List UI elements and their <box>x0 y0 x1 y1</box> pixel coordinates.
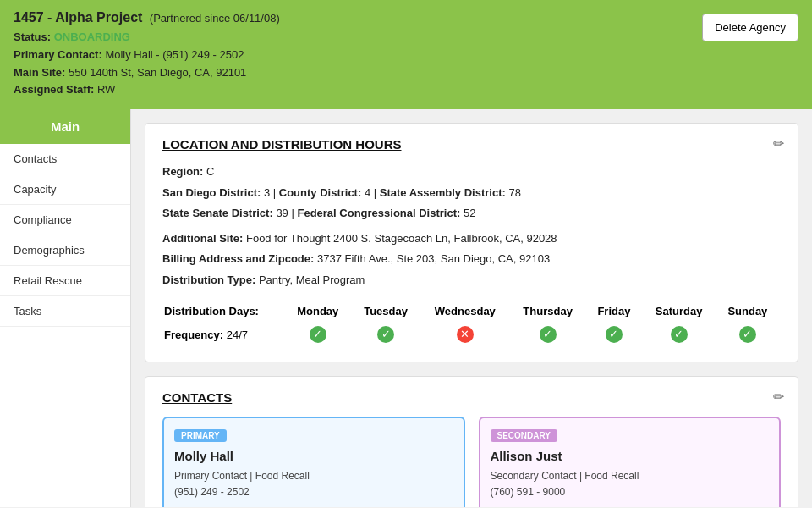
status-value: ONBOARDING <box>54 30 130 43</box>
primary-contact-info: Primary Contact | Food Recall (951) 249 … <box>174 468 453 500</box>
status-label: Status: <box>14 30 51 43</box>
main-site-value: 550 140th St, San Diego, CA, 92101 <box>69 66 246 79</box>
primary-contact-name: Molly Hall <box>174 449 453 463</box>
day-saturday-check: ✓ <box>643 323 714 346</box>
agency-id: 1457 <box>14 10 44 25</box>
additional-site-row: Additional Site: Food for Thought 2400 S… <box>162 230 781 247</box>
state-assembly-label: State Assembly District: <box>380 186 506 199</box>
agency-info: Status: ONBOARDING Primary Contact: Moll… <box>14 29 798 99</box>
county-value: 4 <box>365 186 370 199</box>
billing-value: 3737 Fifth Ave., Ste 203, San Diego, CA,… <box>317 252 550 265</box>
day-tuesday-header: Tuesday <box>352 301 420 321</box>
region-value: C <box>206 165 214 178</box>
sidebar: Main Contacts Capacity Compliance Demogr… <box>0 109 131 507</box>
state-assembly-value: 78 <box>508 186 520 199</box>
day-tuesday-check: ✓ <box>352 323 420 346</box>
assigned-staff-value: RW <box>97 83 115 96</box>
additional-site-value: Food for Thought 2400 S. Stagecoach Ln, … <box>246 232 557 245</box>
location-section: LOCATION AND DISTRIBUTION HOURS ✏ Region… <box>145 123 798 362</box>
distribution-days-table: Distribution Days: Monday Tuesday Wednes… <box>162 300 781 348</box>
sidebar-main: Main <box>0 109 130 144</box>
day-sunday-header: Sunday <box>716 301 779 321</box>
header: 1457 - Alpha Project (Partnered since 06… <box>0 0 812 109</box>
sidebar-item-contacts[interactable]: Contacts <box>0 144 130 174</box>
contacts-edit-icon[interactable]: ✏ <box>773 389 784 405</box>
additional-site-label: Additional Site: <box>162 232 243 245</box>
contacts-section: CONTACTS ✏ PRIMARY Molly Hall Primary Co… <box>145 376 798 507</box>
contacts-grid: PRIMARY Molly Hall Primary Contact | Foo… <box>162 417 781 507</box>
main-layout: Main Contacts Capacity Compliance Demogr… <box>0 109 812 507</box>
san-diego-value: 3 <box>264 186 270 199</box>
secondary-contact-name: Allison Just <box>491 449 770 463</box>
main-site-label: Main Site: <box>14 66 65 79</box>
distribution-type-label: Distribution Type: <box>162 273 255 286</box>
distribution-type-value: Pantry, Meal Program <box>259 273 365 286</box>
primary-contact-label: Primary Contact: <box>14 48 102 61</box>
secondary-contact-info: Secondary Contact | Food Recall (760) 59… <box>491 468 770 500</box>
agency-title: 1457 - Alpha Project (Partnered since 06… <box>14 10 798 25</box>
sidebar-item-tasks[interactable]: Tasks <box>0 296 130 327</box>
day-thursday-check: ✓ <box>511 323 585 346</box>
region-label: Region: <box>162 165 203 178</box>
distribution-days-label: Distribution Days: <box>164 301 283 321</box>
region-row: Region: C <box>162 163 781 180</box>
agency-name: Alpha Project <box>55 10 142 25</box>
sidebar-item-compliance[interactable]: Compliance <box>0 205 130 235</box>
frequency-value: 24/7 <box>227 329 248 341</box>
secondary-contact-role: Secondary Contact | Food Recall <box>491 470 639 482</box>
assigned-staff-label: Assigned Staff: <box>14 83 94 96</box>
day-saturday-header: Saturday <box>643 301 714 321</box>
partnered-since: (Partnered since 06/11/08) <box>150 12 280 25</box>
primary-contact-role: Primary Contact | Food Recall <box>174 470 310 482</box>
secondary-contact-phone: (760) 591 - 9000 <box>491 486 566 498</box>
delete-agency-button[interactable]: Delete Agency <box>702 14 798 41</box>
day-monday-check: ✓ <box>285 323 350 346</box>
content: LOCATION AND DISTRIBUTION HOURS ✏ Region… <box>131 109 812 507</box>
primary-contact-card: PRIMARY Molly Hall Primary Contact | Foo… <box>162 417 465 507</box>
district-row: San Diego District: 3 | County District:… <box>162 185 781 202</box>
sidebar-item-capacity[interactable]: Capacity <box>0 174 130 205</box>
federal-value: 52 <box>464 207 475 219</box>
state-senate-value: 39 <box>276 207 288 219</box>
day-monday-header: Monday <box>285 301 350 321</box>
distribution-type-row: Distribution Type: Pantry, Meal Program <box>162 272 781 289</box>
secondary-contact-card: SECONDARY Allison Just Secondary Contact… <box>479 417 782 507</box>
day-friday-check: ✓ <box>587 323 642 346</box>
county-label: County District: <box>279 186 362 199</box>
location-title: LOCATION AND DISTRIBUTION HOURS <box>162 137 781 152</box>
federal-label: Federal Congressional District: <box>297 207 460 219</box>
billing-row: Billing Address and Zipcode: 3737 Fifth … <box>162 251 781 268</box>
primary-contact-phone: (951) 249 - 2502 <box>174 486 250 498</box>
secondary-badge: SECONDARY <box>491 429 558 442</box>
contacts-title: CONTACTS <box>162 390 781 405</box>
location-edit-icon[interactable]: ✏ <box>773 135 784 152</box>
primary-badge: PRIMARY <box>174 429 227 442</box>
sidebar-item-demographics[interactable]: Demographics <box>0 235 130 266</box>
san-diego-label: San Diego District: <box>162 186 261 199</box>
senate-row: State Senate District: 39 | Federal Cong… <box>162 205 781 222</box>
primary-contact-value: Molly Hall - (951) 249 - 2502 <box>105 48 244 61</box>
day-friday-header: Friday <box>587 301 642 321</box>
day-wednesday-header: Wednesday <box>421 301 509 321</box>
frequency-row-label: Frequency: 24/7 <box>164 323 283 346</box>
day-sunday-check: ✓ <box>716 323 779 346</box>
day-wednesday-check: ✕ <box>421 323 509 346</box>
day-thursday-header: Thursday <box>511 301 585 321</box>
state-senate-label: State Senate District: <box>162 207 273 219</box>
sidebar-item-retail-rescue[interactable]: Retail Rescue <box>0 266 130 296</box>
billing-label: Billing Address and Zipcode: <box>162 252 314 265</box>
